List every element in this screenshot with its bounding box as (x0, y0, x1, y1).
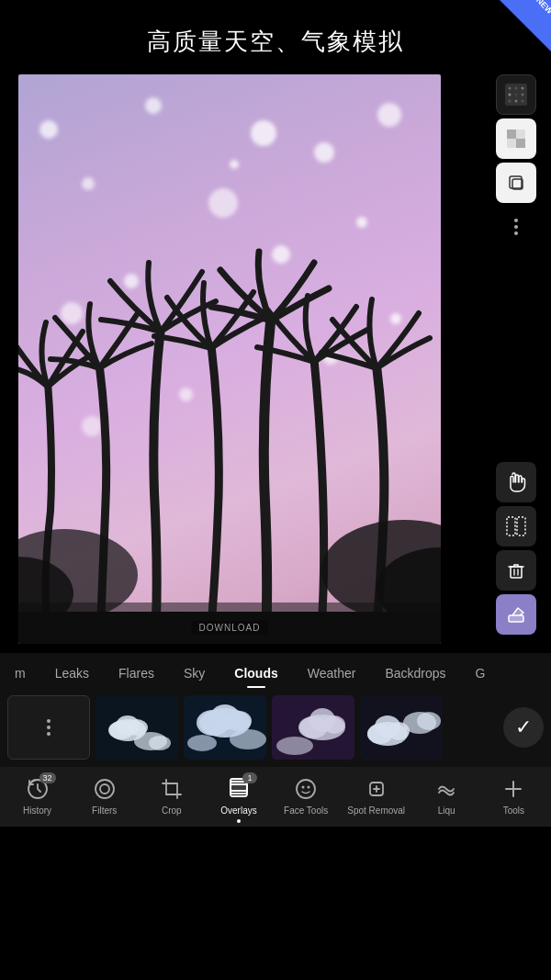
category-tab-backdrops[interactable]: Backdrops (370, 662, 460, 684)
svg-point-54 (100, 784, 109, 794)
svg-point-15 (522, 100, 524, 103)
category-tab-flares[interactable]: Flares (104, 662, 169, 684)
svg-point-7 (509, 87, 512, 90)
nav-item-tools[interactable]: Tools (488, 776, 539, 816)
svg-point-12 (522, 94, 524, 96)
watermark-text: DOWNLOAD (192, 621, 268, 635)
svg-rect-17 (507, 130, 516, 139)
svg-point-10 (509, 94, 512, 96)
nav-item-face-tools[interactable]: Face Tools (280, 776, 332, 816)
more-btn[interactable] (496, 207, 536, 247)
svg-point-37 (187, 735, 217, 751)
hand-tool-btn[interactable] (496, 462, 536, 502)
particle (208, 188, 238, 218)
spot-removal-icon (365, 777, 388, 801)
nav-label-overlays: Overlays (220, 805, 256, 816)
nav-item-filters[interactable]: Filters (79, 776, 130, 816)
thumb-dots-icon (47, 719, 51, 736)
nav-item-liquify[interactable]: Liqu (421, 776, 472, 816)
svg-point-38 (230, 729, 266, 749)
filters-icon (93, 777, 117, 801)
overlay-thumb-2[interactable] (184, 695, 266, 760)
svg-rect-24 (509, 615, 523, 622)
svg-point-60 (308, 786, 310, 789)
nav-label-spot-removal: Spot Removal (347, 805, 405, 816)
svg-point-44 (276, 737, 313, 755)
opacity-btn[interactable] (496, 118, 536, 159)
cloud-thumb-2-svg (184, 695, 266, 760)
svg-point-13 (509, 100, 512, 103)
eraser-icon (506, 604, 526, 625)
overlay-menu-thumb[interactable] (7, 695, 90, 760)
cloud-thumb-3-svg (272, 695, 354, 760)
nav-item-overlays[interactable]: 1Overlays (213, 776, 264, 816)
nav-label-crop: Crop (162, 805, 182, 816)
category-tab-weather[interactable]: Weather (293, 662, 371, 684)
nav-label-filters: Filters (92, 805, 117, 816)
nav-item-spot-removal[interactable]: Spot Removal (347, 776, 405, 816)
particle (230, 160, 239, 169)
svg-point-11 (515, 94, 518, 96)
photo-bg: DOWNLOAD (18, 74, 441, 644)
page-title: 高质量天空、气象模拟 (0, 0, 551, 74)
category-tab-g[interactable]: G (461, 662, 500, 684)
watermark: DOWNLOAD (192, 618, 268, 635)
cloud-thumb-4-svg (360, 695, 443, 760)
nav-label-liquify: Liqu (438, 805, 455, 816)
overlay-thumb-4[interactable] (360, 695, 443, 760)
nav-badge-history: 32 (39, 772, 56, 783)
category-tab-leaks[interactable]: Leaks (40, 662, 104, 684)
svg-rect-22 (517, 517, 525, 535)
overlay-thumb-1[interactable] (96, 695, 178, 760)
category-tab-clouds[interactable]: Clouds (219, 662, 292, 684)
nav-label-face-tools: Face Tools (284, 805, 328, 816)
select-icon (506, 516, 526, 536)
check-icon: ✓ (515, 715, 532, 739)
photo-canvas[interactable]: DOWNLOAD (18, 74, 441, 644)
particle (39, 120, 58, 139)
svg-point-8 (515, 87, 518, 90)
bottom-nav: 32HistoryFiltersCrop1OverlaysFace ToolsS… (0, 767, 551, 827)
delete-btn[interactable] (496, 550, 536, 591)
texture-icon (503, 82, 529, 107)
svg-rect-19 (510, 176, 522, 188)
cloud-thumb-1-svg (96, 695, 178, 760)
svg-point-31 (149, 736, 171, 750)
texture-btn[interactable] (496, 74, 536, 115)
trash-icon (506, 560, 526, 580)
checkerboard-icon (506, 129, 526, 149)
svg-rect-23 (511, 567, 522, 578)
nav-icon-tools (500, 776, 526, 802)
liquify-icon (434, 777, 458, 801)
nav-badge-overlays: 1 (242, 772, 257, 783)
category-tab-sky[interactable]: Sky (169, 662, 219, 684)
nav-label-tools: Tools (503, 805, 524, 816)
nav-icon-filters (92, 776, 118, 802)
svg-point-53 (96, 780, 114, 798)
more-dots-icon (514, 219, 518, 235)
svg-point-9 (522, 87, 524, 90)
right-toolbar-top (496, 74, 536, 247)
confirm-btn[interactable]: ✓ (503, 707, 544, 748)
tools-icon (501, 777, 525, 801)
copy-icon (506, 173, 526, 193)
select-btn[interactable] (496, 506, 536, 546)
nav-icon-face-tools (293, 776, 319, 802)
nav-icon-spot-removal (364, 776, 389, 802)
svg-point-14 (515, 100, 518, 103)
corner-badge-text: NEW (534, 0, 551, 16)
particle (251, 120, 276, 146)
nav-item-crop[interactable]: Crop (146, 776, 197, 816)
copy-layer-btn[interactable] (496, 163, 536, 203)
svg-rect-21 (507, 517, 515, 535)
category-tabs: mLeaksFlaresSkyCloudsWeatherBackdropsG (0, 653, 551, 690)
particle (82, 177, 95, 190)
category-tab-m[interactable]: m (0, 662, 40, 684)
particle (145, 97, 162, 114)
eraser-btn[interactable] (496, 594, 536, 635)
nav-item-history[interactable]: 32History (12, 776, 63, 816)
right-toolbar-bottom (496, 462, 536, 635)
nav-label-history: History (23, 805, 51, 816)
overlay-thumb-3[interactable] (272, 695, 354, 760)
svg-point-59 (302, 786, 305, 789)
